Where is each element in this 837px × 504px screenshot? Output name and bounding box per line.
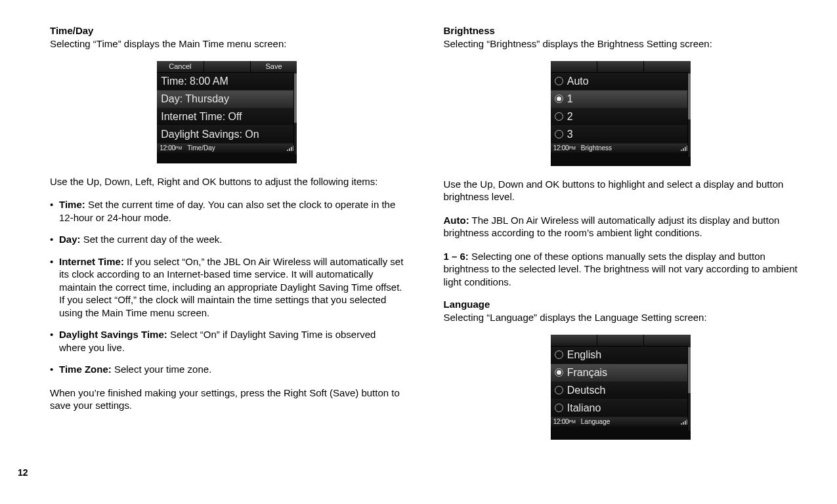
radio-icon [555, 94, 563, 103]
timeday-heading: Time/Day [50, 25, 404, 36]
brightness-auto: Auto: The JBL On Air Wireless will autom… [444, 214, 798, 240]
scrollbar[interactable] [687, 72, 691, 157]
menu-row[interactable]: 3 [551, 126, 691, 144]
bullet-item: Internet Time: If you select “On,” the J… [50, 255, 404, 320]
timeday-instructions: Use the Up, Down, Left, Right and OK but… [50, 175, 404, 188]
range-lead: 1 – 6: [444, 251, 469, 262]
bullet-rest: Select your time zone. [112, 364, 212, 375]
softkey-middle [204, 61, 251, 72]
bullet-lead: Internet Time: [59, 256, 124, 267]
radio-icon [555, 386, 563, 394]
brightness-instructions: Use the Up, Down and OK buttons to highl… [444, 178, 798, 203]
brightness-intro: Selecting “Brightness” displays the Brig… [444, 37, 798, 51]
timeday-intro: Selecting “Time” displays the Main Time … [50, 37, 404, 51]
range-rest: Selecting one of these options manually … [444, 251, 798, 287]
timeday-bullets: Time: Set the current time of day. You c… [50, 198, 404, 376]
radio-icon [555, 112, 563, 121]
status-title: Brightness [581, 144, 612, 152]
bullet-item: Daylight Savings Time: Select “On” if Da… [50, 328, 404, 354]
status-ampm: PM [175, 146, 182, 150]
softkey-blank [551, 61, 597, 72]
brightness-heading: Brightness [444, 25, 798, 36]
bullet-lead: Time: [59, 199, 85, 210]
language-screen: EnglishFrançaisDeutschItaliano 12:00PM L… [551, 335, 691, 440]
left-column: Time/Day Selecting “Time” displays the M… [50, 25, 404, 452]
radio-icon [555, 404, 563, 412]
menu-row[interactable]: Time: 8:00 AM [157, 73, 297, 91]
language-topbar [551, 335, 691, 346]
language-intro: Selecting “Language” displays the Langua… [444, 311, 798, 324]
page-number: 12 [18, 467, 28, 478]
status-title: Time/Day [187, 144, 215, 152]
radio-icon [555, 130, 563, 138]
menu-row-label: Day: Thursday [161, 93, 229, 104]
menu-row[interactable]: Auto [551, 73, 691, 91]
softkey-blank [597, 61, 644, 72]
bullet-item: Time: Set the current time of day. You c… [50, 198, 404, 224]
menu-row[interactable]: English [551, 346, 691, 364]
status-bar: 12:00PM Time/Day [157, 144, 297, 153]
status-ampm: PM [569, 146, 576, 150]
menu-row[interactable]: Deutsch [551, 382, 691, 400]
menu-row[interactable]: Daylight Savings: On [157, 126, 297, 144]
menu-row-label: 3 [567, 129, 573, 140]
menu-row-label: 1 [567, 93, 573, 104]
softkey-blank [644, 335, 690, 346]
menu-row-label: Français [567, 367, 607, 378]
menu-row[interactable]: Internet Time: Off [157, 108, 297, 126]
bullet-item: Time Zone: Select your time zone. [50, 363, 404, 376]
menu-row[interactable]: Italiano [551, 400, 691, 417]
menu-row[interactable]: 1 [551, 91, 691, 108]
status-clock: 12:00 [553, 144, 569, 152]
scrollbar[interactable] [687, 346, 691, 430]
auto-lead: Auto: [444, 215, 469, 226]
status-ampm: PM [569, 419, 576, 424]
menu-row-label: 2 [567, 111, 573, 122]
brightness-topbar [551, 61, 691, 73]
softkey-save[interactable]: Save [251, 61, 297, 72]
status-clock: 12:00 [160, 144, 175, 152]
menu-row[interactable]: 2 [551, 108, 691, 126]
softkey-blank [644, 61, 690, 72]
status-title: Language [581, 418, 611, 425]
manual-page: Time/Day Selecting “Time” displays the M… [0, 0, 837, 452]
brightness-screen: Auto123 12:00PM Brightness [551, 61, 691, 166]
menu-row-label: Daylight Savings: On [161, 129, 259, 140]
radio-icon [555, 77, 563, 85]
softkey-cancel[interactable]: Cancel [157, 61, 204, 72]
menu-row-label: English [567, 349, 601, 360]
scrollbar[interactable] [293, 72, 297, 154]
status-clock: 12:00 [553, 418, 569, 425]
status-bar: 12:00PM Language [551, 417, 691, 427]
language-heading: Language [444, 299, 798, 310]
status-bar: 12:00PM Brightness [551, 144, 691, 153]
bullet-rest: Set the current time of day. You can als… [59, 199, 395, 223]
bullet-lead: Time Zone: [59, 364, 112, 375]
timeday-closing: When you’re finished making your setting… [50, 387, 404, 412]
bullet-lead: Daylight Savings Time: [59, 329, 167, 340]
menu-row-label: Time: 8:00 AM [161, 75, 228, 87]
bullet-item: Day: Set the current day of the week. [50, 233, 404, 246]
auto-rest: The JBL On Air Wireless will automatical… [444, 215, 780, 239]
radio-icon [555, 350, 563, 359]
timeday-topbar: Cancel Save [157, 61, 297, 73]
bullet-rest: Set the current day of the week. [81, 234, 223, 245]
softkey-blank [551, 335, 597, 346]
menu-row-label: Auto [567, 75, 589, 87]
menu-row-label: Deutsch [567, 385, 606, 396]
bullet-lead: Day: [59, 234, 81, 245]
right-column: Brightness Selecting “Brightness” displa… [444, 25, 798, 452]
menu-row-label: Internet Time: Off [161, 111, 242, 122]
menu-row-label: Italiano [567, 402, 601, 413]
radio-icon [555, 368, 563, 377]
menu-row[interactable]: Day: Thursday [157, 91, 297, 108]
timeday-screen: Cancel Save Time: 8:00 AMDay: ThursdayIn… [157, 61, 297, 163]
softkey-blank [597, 335, 644, 346]
brightness-range: 1 – 6: Selecting one of these options ma… [444, 250, 798, 289]
menu-row[interactable]: Français [551, 364, 691, 382]
